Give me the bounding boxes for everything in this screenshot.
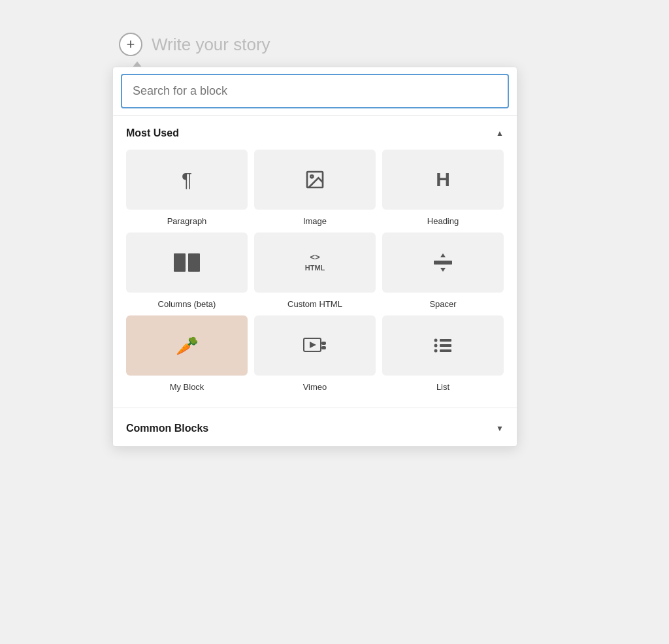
editor-header: + Write your story bbox=[112, 33, 270, 56]
heading-icon bbox=[436, 169, 450, 191]
block-icon-columns bbox=[126, 233, 248, 293]
svg-rect-14 bbox=[440, 349, 451, 352]
svg-marker-4 bbox=[440, 268, 446, 272]
image-icon bbox=[304, 169, 325, 190]
block-label-heading: Heading bbox=[427, 216, 459, 226]
most-used-title: Most Used bbox=[126, 127, 179, 139]
block-icon-spacer bbox=[382, 233, 504, 293]
search-box bbox=[113, 67, 517, 116]
block-icon-paragraph bbox=[126, 150, 248, 210]
block-item-image[interactable]: Image bbox=[254, 150, 376, 226]
svg-rect-7 bbox=[321, 342, 326, 345]
editor-placeholder: Write your story bbox=[152, 35, 270, 55]
block-label-paragraph: Paragraph bbox=[167, 216, 207, 226]
block-label-spacer: Spacer bbox=[429, 299, 456, 309]
common-blocks-title: Common Blocks bbox=[126, 423, 208, 434]
svg-point-9 bbox=[434, 339, 438, 342]
search-input[interactable] bbox=[121, 74, 509, 108]
block-label-vimeo: Vimeo bbox=[303, 382, 327, 392]
common-blocks-toggle-icon: ▼ bbox=[496, 424, 504, 433]
block-item-paragraph[interactable]: Paragraph bbox=[126, 150, 248, 226]
block-item-columns[interactable]: Columns (beta) bbox=[126, 233, 248, 309]
most-used-toggle-icon: ▲ bbox=[496, 129, 504, 138]
block-icon-vimeo bbox=[254, 315, 376, 376]
spacer-icon bbox=[432, 252, 453, 273]
svg-rect-10 bbox=[440, 339, 451, 342]
svg-point-1 bbox=[310, 175, 313, 178]
block-inserter-panel: Most Used ▲ Paragraph bbox=[112, 67, 517, 447]
list-icon bbox=[432, 335, 453, 356]
svg-rect-12 bbox=[440, 344, 451, 347]
block-item-heading[interactable]: Heading bbox=[382, 150, 504, 226]
block-item-html[interactable]: <> HTML Custom HTML bbox=[254, 233, 376, 309]
block-label-image: Image bbox=[303, 216, 327, 226]
svg-point-11 bbox=[434, 344, 438, 347]
svg-rect-8 bbox=[321, 346, 326, 349]
svg-marker-6 bbox=[310, 342, 316, 348]
most-used-section: Most Used ▲ Paragraph bbox=[113, 116, 517, 405]
common-blocks-section: Common Blocks ▼ bbox=[113, 411, 517, 446]
block-label-my-block: My Block bbox=[170, 382, 204, 392]
vimeo-icon bbox=[303, 336, 327, 355]
block-icon-heading bbox=[382, 150, 504, 210]
block-icon-my-block: 🥕 bbox=[126, 315, 248, 376]
columns-icon bbox=[174, 253, 200, 272]
svg-rect-2 bbox=[434, 261, 452, 265]
block-item-my-block[interactable]: 🥕 My Block bbox=[126, 315, 248, 392]
most-used-section-header[interactable]: Most Used ▲ bbox=[113, 116, 517, 150]
block-label-columns: Columns (beta) bbox=[158, 299, 216, 309]
paragraph-icon bbox=[182, 169, 192, 191]
most-used-blocks-grid: Paragraph Image bbox=[113, 150, 517, 405]
page-container: + Write your story Most Used ▲ Paragraph bbox=[112, 20, 557, 447]
section-divider bbox=[113, 408, 517, 408]
block-icon-list bbox=[382, 315, 504, 376]
block-label-html: Custom HTML bbox=[287, 299, 342, 309]
block-item-spacer[interactable]: Spacer bbox=[382, 233, 504, 309]
block-item-vimeo[interactable]: Vimeo bbox=[254, 315, 376, 392]
common-blocks-header[interactable]: Common Blocks ▼ bbox=[113, 411, 517, 446]
carrot-icon: 🥕 bbox=[176, 335, 199, 357]
block-label-list: List bbox=[436, 382, 449, 392]
html-icon: <> HTML bbox=[305, 252, 325, 272]
plus-icon: + bbox=[127, 37, 135, 52]
svg-marker-3 bbox=[440, 253, 446, 257]
block-item-list[interactable]: List bbox=[382, 315, 504, 392]
svg-point-13 bbox=[434, 349, 438, 353]
block-icon-html: <> HTML bbox=[254, 233, 376, 293]
block-icon-image bbox=[254, 150, 376, 210]
add-block-button[interactable]: + bbox=[119, 33, 142, 56]
